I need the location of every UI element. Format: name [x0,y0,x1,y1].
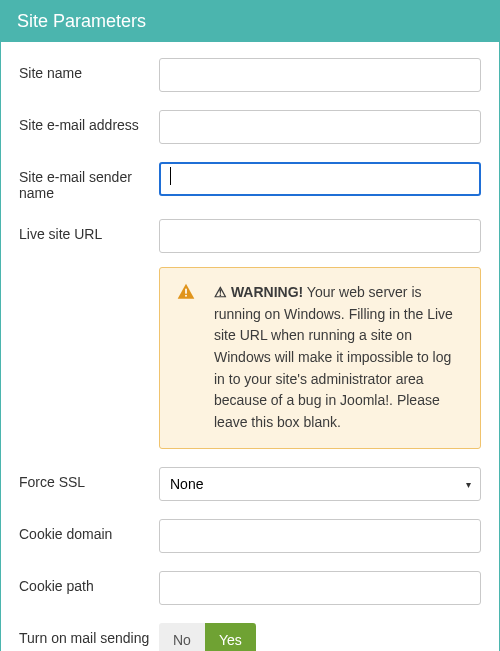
sender-name-label: Site e-mail sender name [19,162,159,201]
svg-rect-1 [185,295,187,297]
site-email-label: Site e-mail address [19,110,159,133]
site-name-input[interactable] [159,58,481,92]
mail-sending-no-button[interactable]: No [159,623,205,651]
force-ssl-label: Force SSL [19,467,159,490]
mail-sending-yes-button[interactable]: Yes [205,623,256,651]
warning-spacer [19,267,159,274]
cookie-domain-input[interactable] [159,519,481,553]
cookie-path-input[interactable] [159,571,481,605]
cookie-path-label: Cookie path [19,571,159,594]
force-ssl-select[interactable]: None [159,467,481,501]
live-site-url-label: Live site URL [19,219,159,242]
live-site-url-input[interactable] [159,219,481,253]
site-parameters-panel: Site Parameters Site name Site e-mail ad… [0,0,500,651]
svg-rect-0 [185,289,187,294]
warning-text: Your web server is running on Windows. F… [214,284,453,430]
warning-caution-icon: ⚠ [214,284,231,300]
panel-body: Site name Site e-mail address Site e-mai… [1,42,499,651]
warning-triangle-icon [176,282,196,302]
panel-title: Site Parameters [1,1,499,42]
mail-sending-toggle[interactable]: No Yes [159,623,256,651]
site-name-label: Site name [19,58,159,81]
sender-name-input[interactable] [159,162,481,196]
live-site-warning: ⚠ WARNING! Your web server is running on… [159,267,481,449]
site-email-input[interactable] [159,110,481,144]
cookie-domain-label: Cookie domain [19,519,159,542]
warning-prefix: WARNING! [231,284,303,300]
mail-sending-label: Turn on mail sending [19,623,159,646]
